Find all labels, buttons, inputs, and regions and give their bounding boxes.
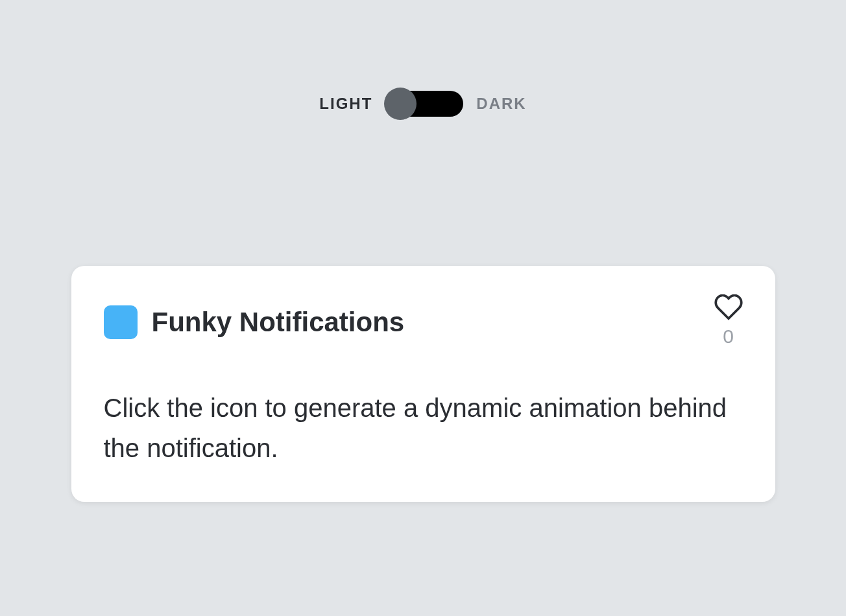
dark-theme-label: Dark [476,95,526,113]
heart-count: 0 [723,326,734,348]
notification-title: Funky Notifications [152,307,405,338]
notification-card: Funky Notifications 0 Click the icon to … [71,266,775,502]
theme-toggle-knob [384,88,417,120]
card-header-right: 0 [714,294,743,348]
theme-toggle-container: Light Dark [0,0,846,117]
light-theme-label: Light [319,95,372,113]
notification-description: Click the icon to generate a dynamic ani… [104,388,743,468]
card-header-left: Funky Notifications [104,305,405,339]
theme-toggle-switch[interactable] [385,91,463,117]
notification-app-icon[interactable] [104,305,138,339]
card-header: Funky Notifications 0 [104,297,743,348]
heart-icon[interactable] [714,294,743,320]
